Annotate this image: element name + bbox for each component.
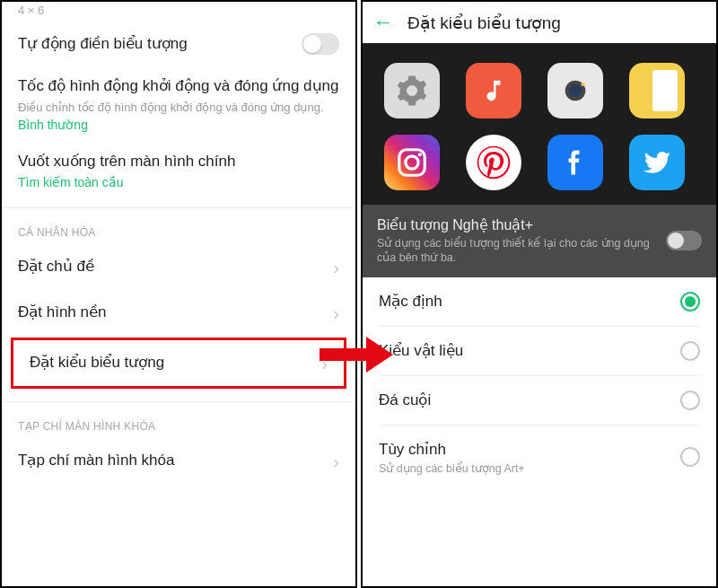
art-plus-row[interactable]: Biểu tượng Nghệ thuật+ Sử dụng các biểu … [363, 205, 716, 277]
facebook-icon [547, 135, 603, 190]
swipe-down-title: Vuốt xuống trên màn hình chính [18, 152, 339, 172]
set-wallpaper-label: Đặt hình nền [18, 303, 106, 323]
transition-arrow-icon [320, 341, 393, 368]
swipe-down-value: Tìm kiếm toàn cầu [18, 175, 339, 189]
twitter-icon [629, 135, 685, 190]
lockmag-label: Tạp chí màn hình khóa [18, 451, 174, 471]
music-icon [466, 63, 521, 118]
svg-point-4 [406, 156, 418, 169]
svg-point-2 [581, 83, 584, 86]
anim-speed-title: Tốc độ hình động khởi động và đóng ứng d… [18, 76, 339, 97]
chevron-right-icon: › [333, 259, 339, 276]
option-default[interactable]: Mặc định [363, 277, 716, 326]
back-arrow-icon[interactable]: ← [373, 11, 393, 34]
svg-point-5 [418, 153, 422, 156]
option-label: Tùy chỉnh [379, 440, 525, 459]
art-plus-toggle[interactable] [666, 231, 702, 250]
settings-screen-left: 4 × 6 Tự động điền biểu tượng Tốc độ hìn… [0, 0, 357, 588]
radio-unselected-icon[interactable] [680, 341, 700, 361]
icon-preview-panel [363, 43, 716, 205]
camera-icon [547, 63, 603, 118]
art-plus-title: Biểu tượng Nghệ thuật+ [377, 216, 657, 233]
option-material[interactable]: Kiểu vật liệu [363, 327, 716, 375]
header: ← Đặt kiểu biểu tượng [363, 2, 716, 43]
option-custom[interactable]: Tùy chỉnh Sử dụng các biểu tượng Art+ [363, 426, 716, 489]
radio-selected-icon[interactable] [680, 292, 700, 312]
set-icon-style-label: Đặt kiểu biểu tượng [30, 353, 164, 373]
section-lockmag: TẠP CHÍ MÀN HÌNH KHÓA [2, 404, 355, 438]
option-label: Đá cuội [379, 391, 431, 409]
instagram-icon [384, 135, 440, 190]
auto-fill-label: Tự động điền biểu tượng [18, 34, 294, 55]
anim-speed-sub: Điều chỉnh tốc độ hình động khởi động và… [18, 100, 339, 116]
auto-fill-toggle[interactable] [302, 33, 339, 55]
animation-speed-row[interactable]: Tốc độ hình động khởi động và đóng ứng d… [2, 67, 355, 143]
anim-speed-value: Bình thường [18, 118, 339, 132]
auto-fill-icons-row[interactable]: Tự động điền biểu tượng [2, 21, 355, 67]
set-wallpaper-row[interactable]: Đặt hình nền › [2, 290, 355, 336]
divider [2, 207, 355, 208]
chevron-right-icon: › [333, 452, 339, 470]
section-personalize: CÁ NHÂN HÓA [2, 210, 355, 244]
settings-icon [384, 63, 440, 118]
art-plus-sub: Sử dụng các biểu tượng thiết kế lại cho … [377, 236, 657, 266]
option-sub: Sử dụng các biểu tượng Art+ [379, 461, 525, 475]
option-label: Mặc định [379, 292, 442, 311]
lockscreen-magazine-row[interactable]: Tạp chí màn hình khóa › [2, 438, 355, 484]
set-icon-style-row[interactable]: Đặt kiểu biểu tượng › [11, 338, 346, 389]
divider [2, 401, 355, 402]
notes-icon [629, 63, 685, 118]
radio-unselected-icon[interactable] [680, 391, 700, 410]
set-theme-label: Đặt chủ đề [18, 257, 94, 277]
page-title: Đặt kiểu biểu tượng [407, 13, 561, 33]
radio-unselected-icon[interactable] [680, 447, 700, 467]
pinterest-icon [466, 135, 521, 190]
grid-size-label: 4 × 6 [2, 2, 355, 21]
svg-point-1 [569, 84, 582, 97]
icon-style-screen-right: ← Đặt kiểu biểu tượng [361, 0, 718, 588]
chevron-right-icon: › [333, 304, 339, 322]
set-theme-row[interactable]: Đặt chủ đề › [2, 244, 355, 290]
swipe-down-row[interactable]: Vuốt xuống trên màn hình chính Tìm kiếm … [2, 143, 355, 202]
option-pebble[interactable]: Đá cuội [363, 376, 716, 425]
